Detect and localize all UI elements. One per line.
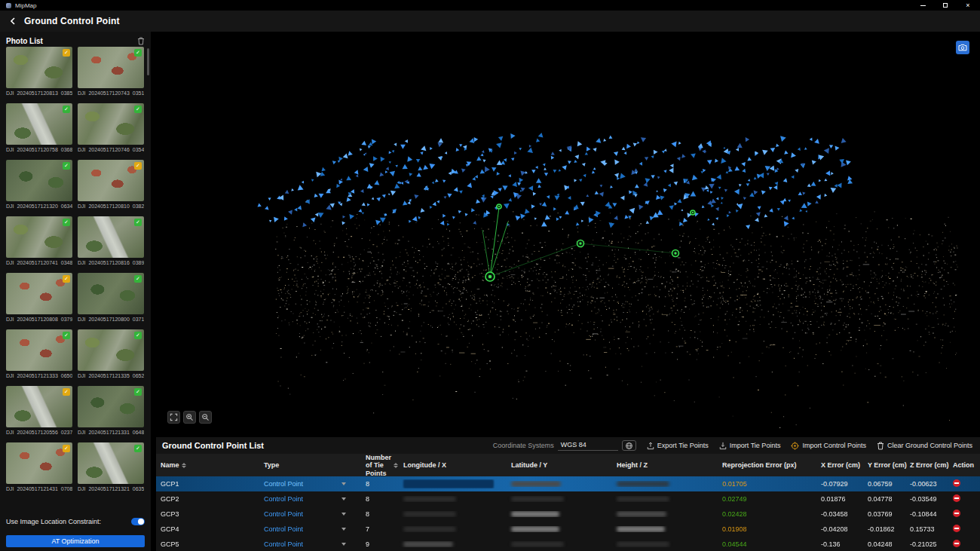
x-error-value: -0.07929	[816, 480, 863, 488]
photo-item[interactable]: DJI_20240517120741_0348...	[6, 216, 72, 265]
y-error-value: -0.01862	[863, 525, 905, 533]
camera-icon	[958, 44, 967, 51]
photo-thumbnail	[78, 47, 144, 88]
type-dropdown[interactable]: Control Point	[259, 510, 361, 518]
photo-item[interactable]: DJI_20240517121431_0708...	[6, 442, 72, 491]
x-error-value: 0.01876	[816, 495, 863, 503]
check-badge-icon	[134, 49, 142, 57]
y-error-value: 0.03769	[863, 510, 905, 518]
photo-item[interactable]: DJI_20240517120800_0371...	[78, 273, 144, 322]
photo-filename: DJI_20240517121335_0652...	[78, 373, 144, 378]
sort-icon[interactable]	[182, 463, 186, 468]
col-y-error: Y Error (cm)	[863, 461, 905, 469]
reprojection-error-value: 0.01908	[718, 525, 816, 533]
delete-gcp-button[interactable]	[953, 494, 960, 502]
height-value-blurred	[612, 496, 718, 502]
photo-item[interactable]: DJI_20240517121321_0635...	[78, 442, 144, 491]
zoom-out-button[interactable]	[199, 411, 212, 424]
photo-item[interactable]: DJI_20240517120758_0368...	[6, 103, 72, 152]
x-error-value: -0.136	[816, 540, 863, 548]
photo-thumbnail	[78, 273, 144, 314]
screenshot-camera-button[interactable]	[956, 41, 969, 54]
photo-list-scrollbar[interactable]	[147, 48, 149, 75]
delete-gcp-button[interactable]	[953, 510, 960, 517]
maximize-button[interactable]	[941, 2, 950, 9]
photo-item[interactable]: DJI_20240517120743_0351...	[78, 47, 144, 96]
table-row-gcp2[interactable]: GCP2 Control Point 8 0.02749 0.01876 0.0…	[156, 491, 980, 507]
col-reprojection-error: Reprojection Error (px)	[718, 461, 816, 469]
photo-thumbnail	[78, 160, 144, 201]
tie-point-count: 8	[361, 480, 399, 488]
gcp-name: GCP2	[156, 495, 259, 503]
back-chevron-icon	[9, 17, 17, 26]
coordinate-system-input[interactable]: WGS 84	[558, 440, 618, 451]
photo-item[interactable]: DJI_20240517121320_0634...	[6, 160, 72, 209]
window-title: MipMap	[15, 2, 36, 9]
minimize-button[interactable]	[918, 2, 927, 9]
point-cloud-viewport[interactable]	[151, 32, 980, 437]
x-error-value: -0.03458	[816, 510, 863, 518]
delete-gcp-button[interactable]	[953, 525, 960, 532]
export-tie-points-label: Export Tie Points	[657, 442, 709, 449]
export-icon	[647, 442, 654, 450]
gcp-list-panel: Ground Control Point List Coordinate Sys…	[156, 437, 980, 551]
type-dropdown[interactable]: Control Point	[259, 495, 361, 503]
photo-filename: DJI_20240517121331_0648...	[78, 430, 144, 435]
table-row-gcp1[interactable]: GCP1 Control Point 8 0.01705 -0.07929 0.…	[156, 476, 980, 491]
chevron-down-icon	[341, 528, 346, 531]
col-tie-points[interactable]: Number of Tie Points	[361, 454, 399, 477]
coordinate-system-picker-button[interactable]	[622, 440, 636, 451]
type-dropdown[interactable]: Control Point	[259, 480, 361, 488]
import-tie-points-button[interactable]: Import Tie Points	[719, 442, 781, 450]
gcp-name: GCP4	[156, 525, 259, 533]
photo-item[interactable]: DJI_20240517120813_0385...	[6, 47, 72, 96]
photo-filename: DJI_20240517120746_0354...	[78, 147, 144, 152]
export-tie-points-button[interactable]: Export Tie Points	[647, 442, 709, 450]
fit-view-button[interactable]	[167, 411, 180, 424]
photo-filename: DJI_20240517120556_0237...	[6, 430, 72, 435]
type-value: Control Point	[264, 495, 303, 503]
table-row-gcp5[interactable]: GCP5 Control Point 9 0.04544 -0.136 0.04…	[156, 537, 980, 551]
back-button[interactable]	[8, 16, 18, 26]
chevron-down-icon	[341, 482, 346, 485]
photo-thumbnail	[6, 329, 72, 371]
window-titlebar: MipMap ×	[0, 0, 980, 11]
photo-item[interactable]: DJI_20240517121335_0652...	[78, 329, 144, 378]
delete-gcp-button[interactable]	[953, 540, 960, 547]
coordinate-systems-label: Coordinate Systems	[493, 442, 554, 449]
close-button[interactable]: ×	[963, 2, 972, 9]
type-value: Control Point	[264, 540, 303, 548]
clear-gcp-label: Clear Ground Control Points	[887, 442, 972, 449]
photo-item[interactable]: DJI_20240517121331_0648...	[78, 386, 144, 435]
photo-item[interactable]: DJI_20240517120808_0379...	[6, 273, 72, 322]
tie-point-count: 8	[361, 495, 399, 503]
z-error-value: -0.21025	[905, 540, 948, 548]
zoom-in-button[interactable]	[183, 411, 196, 424]
reprojection-error-value: 0.02428	[718, 510, 816, 518]
y-error-value: 0.04248	[863, 540, 905, 548]
col-name[interactable]: Name	[156, 461, 259, 469]
height-value-blurred	[612, 481, 718, 487]
table-row-gcp3[interactable]: GCP3 Control Point 8 0.02428 -0.03458 0.…	[156, 507, 980, 522]
photo-thumbnail	[6, 160, 72, 201]
sort-icon[interactable]	[394, 463, 398, 468]
photo-item[interactable]: DJI_20240517121333_0650...	[6, 329, 72, 378]
photo-item[interactable]: DJI_20240517120746_0354...	[78, 103, 144, 152]
clear-gcp-button[interactable]: Clear Ground Control Points	[877, 442, 972, 450]
delete-photos-button[interactable]	[137, 37, 145, 45]
photo-item[interactable]: DJI_20240517120816_0389...	[78, 216, 144, 265]
photo-thumbnail	[78, 103, 144, 145]
photo-item[interactable]: DJI_20240517120556_0237...	[6, 386, 72, 435]
photo-filename: DJI_20240517120741_0348...	[6, 260, 72, 265]
import-control-points-button[interactable]: Import Control Points	[791, 442, 866, 450]
type-dropdown[interactable]: Control Point	[259, 525, 361, 533]
at-optimization-button[interactable]: AT Optimization	[6, 535, 145, 547]
photo-thumbnail	[6, 386, 72, 427]
latitude-value-blurred	[507, 511, 612, 517]
table-row-gcp4[interactable]: GCP4 Control Point 7 0.01908 -0.04208 -0…	[156, 522, 980, 537]
delete-gcp-button[interactable]	[953, 479, 960, 487]
image-location-constraint-toggle[interactable]	[131, 518, 145, 525]
type-dropdown[interactable]: Control Point	[259, 540, 361, 548]
photo-item[interactable]: DJI_20240517120810_0382...	[78, 160, 144, 209]
photo-filename: DJI_20240517121321_0635...	[78, 486, 144, 491]
